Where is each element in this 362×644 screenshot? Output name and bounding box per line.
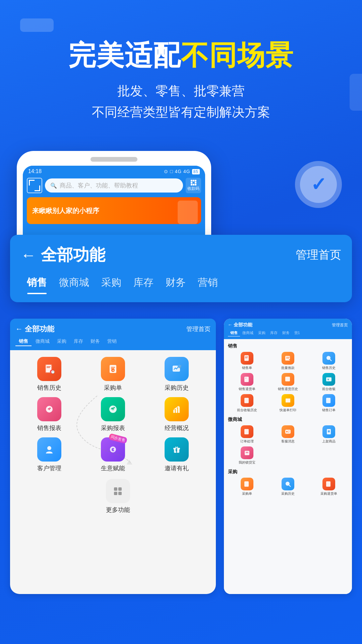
list-item[interactable]: 客服消息: [269, 425, 307, 444]
phone-search-row: 🔍 商品、客户、功能、帮助教程 收款码: [23, 176, 205, 195]
list-item[interactable]: 销售退货单: [228, 373, 266, 391]
rs-icons-grid-micro: 订单处理 客服消息 上架商品 我的锁贷宝: [228, 425, 348, 465]
list-item[interactable]: + 采购单: [84, 357, 142, 392]
func-card-title-text: 全部功能: [41, 244, 105, 266]
svg-text:🕐: 🕐: [51, 370, 55, 374]
list-item[interactable]: 经营概况: [147, 397, 206, 432]
list-item[interactable]: 销售订单: [310, 394, 348, 413]
rs-icon-label: 上架商品: [322, 439, 336, 444]
list-item[interactable]: 采购历史: [269, 478, 307, 496]
rs-icon: [282, 394, 294, 407]
list-item[interactable]: 🛒 采购历史: [147, 357, 206, 392]
list-item[interactable]: 同步发售 生意赋能: [84, 437, 142, 472]
rs-tab-2[interactable]: 采购: [256, 330, 268, 336]
rs-icon-label: 销售订单: [322, 408, 336, 413]
ls-tab-0[interactable]: 销售: [15, 337, 32, 346]
list-item[interactable]: 🕐 销售历史: [20, 357, 78, 392]
grid-icon: [114, 487, 122, 495]
icon-label: 采购单: [104, 384, 122, 392]
icon-sales-report: [37, 397, 61, 421]
list-item[interactable]: 销售报表: [20, 397, 78, 432]
rs-icon: [282, 352, 294, 365]
list-item[interactable]: ¥ 前台收银: [310, 373, 348, 391]
svg-point-45: [286, 431, 288, 432]
list-item[interactable]: 快速单打印: [269, 394, 307, 413]
rs-tab-1[interactable]: 微商城: [240, 330, 256, 336]
rs-icon: [241, 478, 253, 490]
rs-body: 销售 销售单 批量推款 销售历史 销售退货单: [224, 339, 352, 594]
icon-sales-history: 🕐: [37, 357, 61, 381]
phone-banner-illustration: [178, 201, 198, 224]
func-tab-marketing[interactable]: 营销: [192, 274, 224, 294]
svg-rect-20: [178, 407, 180, 413]
left-screenshot: ← 全部功能 管理首页 销售 微商城 采购 库存 财务 营销 🕐 销售历史: [10, 319, 216, 594]
phone-qr-icon[interactable]: 收款码: [186, 178, 201, 193]
func-tab-inventory[interactable]: 库存: [127, 274, 160, 294]
rs-icon: ¥: [322, 373, 335, 386]
ls-tab-2[interactable]: 采购: [54, 337, 70, 346]
rs-icon-label: 销售退货历史: [278, 387, 298, 391]
list-item[interactable]: 订单处理: [228, 425, 266, 444]
hero-title-yellow: 不同场景: [181, 40, 294, 70]
rs-tab-3[interactable]: 库存: [268, 330, 280, 336]
svg-rect-43: [244, 429, 249, 434]
rs-icon-label: 采购单: [242, 491, 252, 496]
list-item[interactable]: 销售退货历史: [269, 373, 307, 391]
svg-rect-37: [285, 377, 290, 381]
ls-header-manage: 管理首页: [186, 325, 210, 333]
rs-icon-label: 销售单: [242, 366, 252, 370]
rs-icon: [241, 446, 253, 459]
list-item[interactable]: 客户管理: [20, 437, 78, 472]
func-tab-micro[interactable]: 微商城: [53, 274, 95, 294]
ls-tab-3[interactable]: 库存: [70, 337, 86, 346]
func-card-manage[interactable]: 管理首页: [296, 247, 341, 263]
svg-rect-40: [244, 398, 249, 403]
more-functions[interactable]: 更多功能: [17, 479, 209, 514]
phone-status-icons: ⊙ □ 4G 4G 85: [164, 169, 200, 174]
icon-label: 客户管理: [37, 464, 61, 472]
svg-text:¥: ¥: [327, 378, 329, 381]
icon-purchase-report: +: [101, 397, 125, 421]
svg-rect-19: [176, 408, 177, 413]
list-item[interactable]: 销售单: [228, 352, 266, 370]
search-icon: 🔍: [50, 182, 57, 189]
svg-line-54: [289, 485, 291, 487]
rs-icon-label: 采购退货单: [320, 491, 337, 496]
rs-tab-5[interactable]: 营1: [292, 330, 302, 336]
func-tab-finance[interactable]: 财务: [160, 274, 192, 294]
phone-search-box[interactable]: 🔍 商品、客户、功能、帮助教程: [45, 178, 183, 193]
list-item[interactable]: + 采购报表: [84, 397, 142, 432]
svg-rect-36: [244, 377, 249, 382]
list-item[interactable]: ¥ 邀请有礼: [147, 437, 206, 472]
func-tab-sales[interactable]: 销售: [21, 274, 53, 294]
ls-tab-1[interactable]: 微商城: [32, 337, 53, 346]
rs-icon: [241, 352, 253, 365]
right-screenshot: ← 全部功能 管理首页 销售 微商城 采购 库存 财务 营1 销售 销售单: [224, 319, 352, 594]
rs-header: ← 全部功能 管理首页 销售 微商城 采购 库存 财务 营1: [224, 319, 352, 339]
list-item[interactable]: 采购单: [228, 478, 266, 496]
list-item[interactable]: 我的锁贷宝: [228, 446, 266, 465]
svg-rect-55: [326, 481, 330, 487]
list-item[interactable]: 前台收银历史: [228, 394, 266, 413]
rs-icon-label: 订单处理: [240, 439, 254, 444]
svg-line-35: [330, 359, 331, 361]
ls-tab-4[interactable]: 财务: [87, 337, 103, 346]
top-decorative-card: [20, 18, 54, 32]
func-tab-purchase[interactable]: 采购: [95, 274, 127, 294]
list-item[interactable]: 采购退货单: [310, 478, 348, 496]
ls-tab-5[interactable]: 营销: [104, 337, 120, 346]
list-item[interactable]: 上架商品: [310, 425, 348, 444]
csi-label: CSI: [0, 0, 6, 4]
back-arrow-icon[interactable]: ←: [21, 246, 36, 264]
rs-icon: [322, 478, 335, 490]
rs-icon: [241, 373, 253, 386]
list-item[interactable]: 批量推款: [269, 352, 307, 370]
svg-rect-41: [286, 398, 290, 402]
hero-title: 完美适配不同场景: [13, 40, 349, 70]
rs-title: ← 全部功能: [228, 322, 253, 328]
rs-tabs: 销售 微商城 采购 库存 财务 营1: [228, 330, 348, 336]
list-item[interactable]: 销售历史: [310, 352, 348, 370]
rs-tab-0[interactable]: 销售: [228, 330, 240, 336]
rs-tab-4[interactable]: 财务: [280, 330, 292, 336]
rs-icon-label: 我的锁贷宝: [239, 460, 255, 465]
